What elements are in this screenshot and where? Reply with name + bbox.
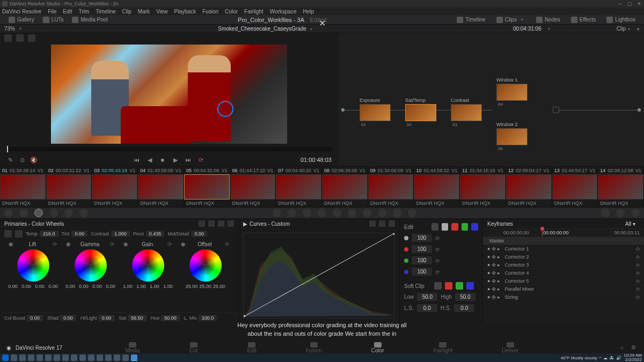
start-button[interactable] xyxy=(2,354,9,361)
reset-icon[interactable]: ⟳ xyxy=(435,247,441,252)
kf-track[interactable]: ●▸Parallel Mixer ◇ xyxy=(483,285,644,293)
node-window1[interactable]: Window 1 04 xyxy=(496,77,528,101)
step-back-button[interactable]: ◀ xyxy=(146,156,153,164)
motion-icon[interactable] xyxy=(79,209,88,217)
close-overlay-icon[interactable]: ✕ xyxy=(319,18,326,28)
bars-mode-icon[interactable] xyxy=(208,220,215,227)
hue-curve-icon[interactable] xyxy=(379,220,385,227)
hilight-field[interactable]: 0.00 xyxy=(99,315,115,321)
color-wheel-gain[interactable] xyxy=(132,249,164,282)
sc-r-chip[interactable] xyxy=(445,282,452,290)
link-icon[interactable] xyxy=(434,282,442,290)
camera-raw-icon[interactable] xyxy=(4,209,13,217)
clip-mode-select[interactable]: Clip▾ xyxy=(617,26,632,32)
thumbnail-04[interactable]: 0401:43:58:08V1 DNxHR HQX xyxy=(138,167,184,207)
pick-white-icon[interactable] xyxy=(15,230,23,238)
tint-field[interactable]: 0.00 xyxy=(71,231,87,237)
loop-button[interactable]: ⟳ xyxy=(197,156,205,164)
reset-icon[interactable]: ⟳ xyxy=(225,241,230,247)
task-view-icon[interactable] xyxy=(19,354,26,361)
playhead[interactable] xyxy=(7,146,8,152)
scopes-icon[interactable] xyxy=(616,209,625,217)
hs-field[interactable]: 0.0 xyxy=(454,304,474,312)
split-icon[interactable] xyxy=(16,34,24,42)
highlight-icon[interactable] xyxy=(28,34,35,42)
channel-r-chip[interactable] xyxy=(451,223,458,231)
menu-fairlight[interactable]: Fairlight xyxy=(244,9,264,14)
viewer-scrubber[interactable] xyxy=(6,147,332,151)
sc-g-chip[interactable] xyxy=(456,282,463,290)
kf-track[interactable]: ●▸Corrector 3 ◇ xyxy=(483,261,644,269)
auto-balance-icon[interactable] xyxy=(4,230,12,238)
thumbnail-05[interactable]: 0500:04:31:06V1 DNxHR HQX xyxy=(184,167,230,207)
key-icon[interactable] xyxy=(378,209,386,217)
sc-b-chip[interactable] xyxy=(466,282,474,290)
channel-g-chip[interactable] xyxy=(462,223,469,231)
prev-clip-button[interactable]: ⏮ xyxy=(133,156,141,164)
thumbnail-03[interactable]: 0302:05:43:19V1 DNxHR HQX xyxy=(92,167,138,207)
magic-mask-icon[interactable] xyxy=(348,209,356,217)
wheel-picker-icon[interactable]: ⊕ xyxy=(66,241,70,247)
sizing-icon[interactable] xyxy=(393,209,401,217)
menu-file[interactable]: File xyxy=(48,9,56,14)
lmix-field[interactable]: 100.0 xyxy=(199,315,217,321)
explorer-icon[interactable] xyxy=(28,354,34,361)
parallel-mixer[interactable] xyxy=(553,107,559,113)
channel-y-chip[interactable] xyxy=(442,223,449,231)
viewer[interactable] xyxy=(0,43,338,145)
reset-icon[interactable]: ⟳ xyxy=(53,241,58,247)
temp-field[interactable]: 216.0 xyxy=(40,231,58,237)
thumbnail-09[interactable]: 0901:34:06:09V1 DNxHR HQX xyxy=(368,167,414,207)
record-timecode[interactable]: 01:00:48:03 xyxy=(301,157,332,163)
bypass-icon[interactable] xyxy=(4,34,12,42)
resolve-task-icon[interactable] xyxy=(131,354,137,361)
page-deliver[interactable]: Deliver xyxy=(493,341,527,354)
app-icon-4[interactable] xyxy=(97,354,103,361)
custom-curve-icon[interactable] xyxy=(369,220,376,227)
middetail-field[interactable]: 0.00 xyxy=(191,231,207,237)
mediapool-button[interactable]: Media Pool xyxy=(68,16,112,24)
mute-icon[interactable]: 🔇 xyxy=(30,156,38,164)
tracker-icon[interactable] xyxy=(333,209,341,217)
luts-button[interactable]: LUTs xyxy=(39,16,68,24)
page-cut[interactable]: Cut xyxy=(181,341,207,354)
kf-track[interactable]: ●▸Corrector 5 ◇ xyxy=(483,277,644,285)
keyframe-palette-icon[interactable] xyxy=(601,209,610,217)
page-color[interactable]: Color xyxy=(363,341,393,354)
onedrive-icon[interactable]: ☁ xyxy=(603,356,608,360)
kf-playhead[interactable] xyxy=(542,229,543,237)
menu-mark[interactable]: Mark xyxy=(138,9,150,14)
weather-widget[interactable]: 40°F Mostly cloudy xyxy=(561,356,597,360)
thumbnail-12[interactable]: 1202:08:04:17V1 DNxHR HQX xyxy=(506,167,552,207)
link-icon[interactable] xyxy=(431,223,438,231)
zoom-select[interactable]: 73% xyxy=(4,26,15,32)
effects-button[interactable]: Effects xyxy=(567,16,600,24)
keyframes-filter[interactable]: All ▾ xyxy=(625,221,635,227)
menu-clip[interactable]: Clip xyxy=(122,9,131,14)
thumbnail-01[interactable]: 0101:34:28:14V1 DNxHR HQX xyxy=(0,167,46,207)
low-field[interactable]: 50.0 xyxy=(417,293,437,301)
reset-icon[interactable]: ⟳ xyxy=(435,235,441,241)
thumbnail-06[interactable]: 0601:44:17:10V1 DNxHR HQX xyxy=(230,167,276,207)
kf-track[interactable]: ●▸Corrector 4 ◇ xyxy=(483,269,644,277)
wheels-mode-icon[interactable] xyxy=(199,220,205,227)
system-clock[interactable]: 10:29 AM2/2/2022 xyxy=(624,353,642,362)
reset-icon[interactable]: ⟳ xyxy=(435,269,441,275)
viewer-timecode[interactable]: 00:04:31:06 xyxy=(513,26,541,32)
network-icon[interactable]: 🖧 xyxy=(610,356,614,360)
maximize-button[interactable]: ▢ xyxy=(627,1,632,6)
settings-icon[interactable]: ⚙ xyxy=(631,344,638,351)
page-fairlight[interactable]: Fairlight xyxy=(425,341,462,354)
next-clip-button[interactable]: ⏭ xyxy=(185,156,192,164)
pivot-field[interactable]: 0.435 xyxy=(146,231,165,237)
log-mode-icon[interactable] xyxy=(218,220,224,227)
menu-fusion[interactable]: Fusion xyxy=(202,9,218,14)
high-field[interactable]: 50.0 xyxy=(455,293,475,301)
hue-field[interactable]: 50.00 xyxy=(161,315,180,321)
intensity-r-field[interactable]: 100 xyxy=(412,245,432,253)
menu-playback[interactable]: Playback xyxy=(174,9,196,14)
close-button[interactable]: ✕ xyxy=(636,1,642,6)
menu-color[interactable]: Color xyxy=(225,9,238,14)
lightbox-button[interactable]: Lightbox xyxy=(602,16,640,24)
hdr-icon[interactable] xyxy=(49,209,58,217)
